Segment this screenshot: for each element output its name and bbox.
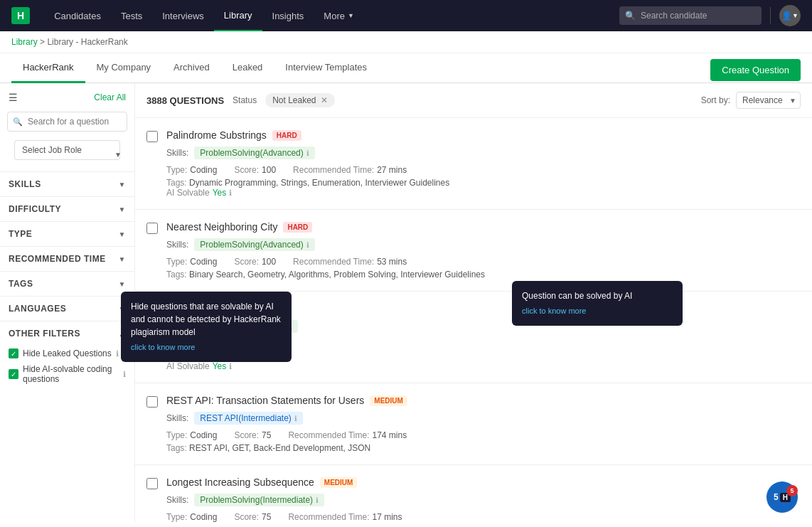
info-icon[interactable]: ℹ	[294, 415, 297, 422]
tab-hackerrank[interactable]: HackerRank	[11, 53, 85, 83]
nav-interviews[interactable]: Interviews	[152, 0, 214, 31]
question-checkbox[interactable]	[146, 131, 158, 142]
ai-label: AI Solvable	[166, 188, 210, 198]
skills-label: Skills:	[166, 240, 188, 250]
skills-label: Skills:	[166, 148, 188, 158]
recommended-time-value: 53 mins	[377, 257, 407, 267]
skills-row: Skills: ProblemSolving(Advanced) ℹ	[166, 147, 801, 159]
create-question-button[interactable]: Create Question	[710, 59, 801, 81]
menu-icon[interactable]: ☰	[9, 92, 18, 103]
question-body: Longest Increasing Subsequence MEDIUM Sk…	[166, 477, 801, 522]
hide-leaked-checkbox[interactable]	[9, 348, 18, 358]
sort-select[interactable]: Relevance	[736, 92, 801, 109]
time-item: Recommended Time:174 mins	[288, 430, 407, 440]
tab-my-company[interactable]: My Company	[85, 53, 163, 83]
question-checkbox[interactable]	[146, 223, 158, 234]
tooltip-link-right[interactable]: click to know more	[522, 305, 673, 317]
recommended-time-value: 174 mins	[372, 430, 407, 440]
tab-archived[interactable]: Archived	[162, 53, 221, 83]
sub-tabs: HackerRank My Company Archived Leaked In…	[0, 53, 812, 83]
skills-row: Skills: REST API(Intermediate) ℹ	[166, 412, 801, 425]
question-item: Longest Increasing Subsequence MEDIUM Sk…	[135, 465, 812, 522]
candidate-search-input[interactable]	[619, 6, 762, 25]
score-value: 75	[262, 430, 271, 440]
info-icon[interactable]: ℹ	[306, 241, 309, 249]
tab-leaked[interactable]: Leaked	[221, 53, 274, 83]
difficulty-badge: MEDIUM	[320, 477, 358, 488]
nav-divider	[770, 7, 771, 24]
ai-solvable-row: AI Solvable Yes ℹ	[166, 188, 801, 198]
nav-library[interactable]: Library	[214, 0, 262, 31]
sidebar-top: ☰ Clear All	[0, 89, 134, 109]
chevron-down-icon: ▼	[119, 206, 126, 213]
notification-dot: 5	[786, 485, 798, 496]
question-title: REST API: Transaction Statements for Use…	[166, 395, 364, 406]
filter-languages-header[interactable]: LANGUAGES ▼	[0, 297, 134, 321]
filter-tag-text: Not Leaked	[272, 95, 316, 105]
meta-row: Type:Coding Score:75 Recommended Time:17…	[166, 512, 801, 522]
recommended-time-value: 27 mins	[377, 165, 407, 175]
score-item: Score:75	[234, 430, 271, 440]
filter-languages: LANGUAGES ▼	[0, 296, 134, 321]
info-icon[interactable]: ℹ	[116, 349, 119, 358]
score-label: Score:	[234, 430, 259, 440]
filter-tag-remove[interactable]: ✕	[321, 95, 328, 105]
nav-candidates[interactable]: Candidates	[44, 0, 111, 31]
tags-value: Dynamic Programming, Strings, Enumeratio…	[189, 178, 449, 188]
avatar[interactable]: 👤▼	[779, 5, 801, 26]
filter-difficulty: DIFFICULTY ▼	[0, 196, 134, 221]
sidebar: ☰ Clear All 🔍 Select Job Role ▼ SKILLS ▼…	[0, 83, 135, 522]
filter-other-header[interactable]: OTHER FILTERS ▲	[0, 321, 134, 346]
job-role-select[interactable]: Select Job Role	[14, 140, 120, 160]
time-item: Recommended Time:53 mins	[293, 257, 407, 267]
filter-difficulty-header[interactable]: DIFFICULTY ▼	[0, 197, 134, 221]
type-label: Type:	[166, 257, 187, 267]
clear-all-button[interactable]: Clear All	[94, 92, 126, 102]
nav-tests[interactable]: Tests	[111, 0, 152, 31]
tags-row: Tags: Binary Search, Geometry, Algorithm…	[166, 270, 801, 280]
filter-skills-header[interactable]: SKILLS ▼	[0, 172, 134, 196]
tab-interview-templates[interactable]: Interview Templates	[274, 53, 378, 83]
info-icon-ai-q[interactable]: ℹ	[229, 362, 232, 371]
meta-row: Type:Coding Score:75 Recommended Time:17…	[166, 430, 801, 440]
tooltip-link[interactable]: click to know more	[131, 341, 282, 353]
nav-more[interactable]: More ▼	[314, 0, 364, 31]
chevron-down-icon: ▼	[119, 280, 126, 288]
notification-badge[interactable]: 5 H 5	[766, 481, 798, 513]
type-label: Type:	[166, 165, 187, 175]
info-icon[interactable]: ℹ	[306, 149, 309, 157]
hide-ai-solvable-row: Hide AI-solvable coding questions ℹ	[9, 364, 126, 384]
sort-select-wrap: Relevance ▼	[736, 92, 801, 109]
breadcrumb-library[interactable]: Library	[11, 37, 38, 47]
score-item: Score:100	[234, 257, 276, 267]
question-search-input[interactable]	[7, 112, 127, 132]
ai-value: Yes	[213, 188, 227, 198]
chevron-down-icon: ▼	[119, 230, 126, 238]
filter-recommended-time-header[interactable]: RECOMMENDED TIME ▼	[0, 247, 134, 271]
filter-recommended-time: RECOMMENDED TIME ▼	[0, 246, 134, 271]
time-item: Recommended Time:27 mins	[293, 165, 407, 175]
question-checkbox[interactable]	[146, 396, 158, 408]
hide-ai-checkbox[interactable]	[9, 369, 18, 379]
filter-tags-header[interactable]: TAGS ▼	[0, 272, 134, 296]
score-label: Score:	[234, 257, 259, 267]
skills-label: Skills:	[166, 413, 188, 423]
info-icon-ai-q[interactable]: ℹ	[229, 188, 232, 198]
question-checkbox[interactable]	[146, 478, 158, 489]
type-label: Type:	[166, 430, 187, 440]
nav-insights[interactable]: Insights	[262, 0, 314, 31]
question-title: Longest Increasing Subsequence	[166, 477, 314, 488]
search-icon: 🔍	[13, 117, 23, 127]
type-value: Coding	[190, 165, 217, 175]
ai-solvable-row: AI Solvable Yes ℹ	[166, 361, 801, 371]
question-item: REST API: Transaction Statements for Use…	[135, 383, 812, 465]
info-icon-ai[interactable]: ℹ	[123, 370, 126, 379]
content-header: 3888 QUESTIONS Status Not Leaked ✕ Sort …	[135, 83, 812, 118]
difficulty-badge: HARD	[283, 222, 312, 233]
job-role-wrap: Select Job Role ▼	[0, 137, 134, 171]
difficulty-badge: HARD	[272, 130, 301, 141]
filter-type-header[interactable]: TYPE ▼	[0, 222, 134, 246]
filter-tags: TAGS ▼	[0, 271, 134, 296]
ai-value: Yes	[213, 361, 227, 371]
info-icon[interactable]: ℹ	[316, 496, 319, 504]
